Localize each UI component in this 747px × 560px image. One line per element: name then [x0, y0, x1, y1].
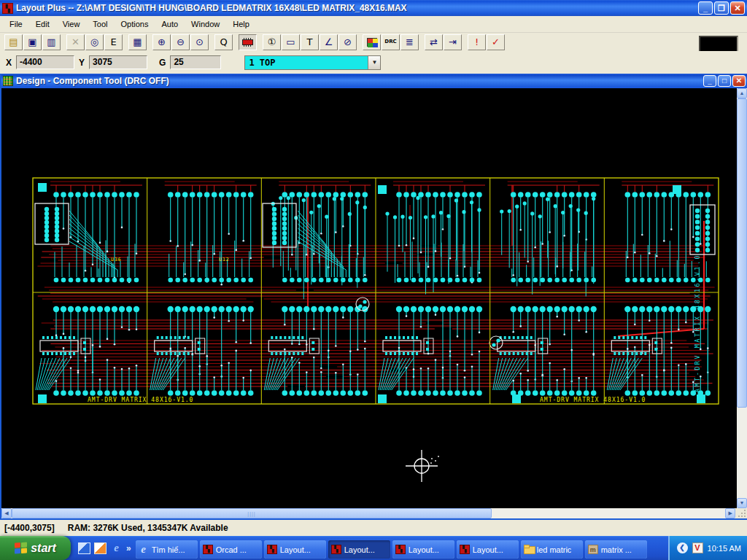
obstacle-tool-button[interactable]: ▭ — [282, 34, 300, 50]
spreadsheet-button[interactable]: ▦ — [128, 34, 147, 50]
scroll-right-icon[interactable]: ▶ — [725, 508, 735, 518]
taskbar-task-0[interactable]: eTìm hiể... — [136, 540, 198, 559]
taskbar-task-1[interactable]: ▚Orcad ... — [200, 540, 262, 559]
menu-options[interactable]: Options — [115, 18, 155, 31]
design-window: Design - Component Tool (DRC OFF) _ □ ✕ … — [0, 74, 747, 518]
taskbar-task-6[interactable]: led matric — [521, 540, 583, 559]
zoom-all-icon: ⊙ — [196, 37, 204, 47]
quick-launch-more-chevron[interactable]: » — [126, 543, 131, 553]
menu-auto[interactable]: Auto — [155, 18, 185, 31]
task-label: Layout... — [344, 545, 375, 554]
internet-explorer-icon[interactable]: e — [110, 542, 123, 554]
layer-selected-value: 1 TOP — [245, 56, 368, 69]
coordinate-bar: X -4400 Y 3075 G 25 1 TOP ▼ — [0, 51, 747, 74]
svg-text:U12: U12 — [219, 257, 230, 262]
obstacle-tool-icon: ▭ — [286, 37, 295, 47]
design-window-icon — [3, 76, 13, 86]
y-coordinate-field[interactable]: 3075 — [89, 55, 147, 69]
library-button[interactable]: ▥ — [42, 34, 61, 50]
reconnect-button[interactable]: ≣ — [400, 34, 419, 50]
menu-view[interactable]: View — [56, 18, 87, 31]
scroll-left-icon[interactable]: ◀ — [1, 508, 12, 518]
taskbar-task-7[interactable]: mmatrix ... — [585, 540, 647, 559]
open-icon: ▤ — [9, 37, 18, 47]
grid-field[interactable]: 25 — [170, 55, 221, 69]
horizontal-scroll-track[interactable] — [492, 508, 725, 518]
restore-button[interactable]: ❐ — [714, 1, 729, 15]
task-label: led matric — [537, 545, 572, 554]
save-button[interactable]: ▣ — [23, 34, 42, 50]
taskbar-task-2[interactable]: ▚Layout... — [264, 540, 326, 559]
start-button[interactable]: start — [0, 536, 71, 560]
delete-button[interactable]: ✕ — [66, 34, 85, 50]
task-label: Layout... — [473, 545, 503, 554]
zoom-all-button[interactable]: ⊙ — [190, 34, 209, 50]
text-tool-button[interactable]: T — [301, 34, 319, 50]
drc-button[interactable]: DRC — [382, 34, 400, 50]
close-button[interactable]: ✕ — [730, 1, 745, 15]
connection-tool-button[interactable]: ∠ — [320, 34, 338, 50]
color-palette-button[interactable] — [363, 34, 381, 50]
layer-select[interactable]: 1 TOP ▼ — [244, 55, 381, 70]
design-close-button[interactable]: ✕ — [732, 75, 746, 87]
statusbar: [-4400,3075] RAM: 3276K Used, 1345347K A… — [0, 518, 747, 536]
edit-button[interactable]: E — [104, 34, 123, 50]
find-icon: ◎ — [90, 37, 98, 47]
menu-tool[interactable]: Tool — [86, 18, 114, 31]
vertical-scrollbar[interactable]: ▲ ▼ — [737, 88, 747, 508]
show-desktop-icon[interactable] — [78, 542, 90, 554]
taskbar: start e» eTìm hiể...▚Orcad ...▚Layout...… — [0, 536, 747, 560]
menu-edit[interactable]: Edit — [29, 18, 56, 31]
component-chip-icon — [242, 39, 253, 45]
pcb-design-canvas[interactable]: AMT-DRV MATRIX 48X16-V1.0AMT-DRV MATRIX … — [1, 88, 737, 508]
taskbar-task-3[interactable]: ▚Layout... — [328, 540, 390, 559]
task-label: matrix ... — [601, 545, 632, 554]
task-label: Layout... — [280, 545, 311, 554]
app-task-icon: m — [588, 545, 598, 554]
menu-file[interactable]: File — [3, 18, 29, 31]
zoom-in-button[interactable]: ⊕ — [152, 34, 171, 50]
windows-flag-icon — [15, 542, 27, 553]
error-tool-button[interactable]: ⊘ — [338, 34, 357, 50]
scroll-down-icon[interactable]: ▼ — [737, 498, 747, 508]
drc-check-button[interactable]: ✓ — [487, 34, 505, 50]
minimize-button[interactable]: _ — [698, 1, 713, 15]
taskbar-task-5[interactable]: ▚Layout... — [457, 540, 519, 559]
menu-help[interactable]: Help — [226, 18, 256, 31]
open-button[interactable]: ▤ — [4, 34, 23, 50]
find-button[interactable]: ◎ — [85, 34, 104, 50]
menu-window[interactable]: Window — [185, 18, 226, 31]
save-icon: ▣ — [28, 37, 36, 47]
scroll-up-icon[interactable]: ▲ — [737, 88, 747, 98]
crosshair-cursor — [406, 450, 439, 482]
task-label: Tìm hiể... — [152, 545, 185, 554]
tray-expand-chevron-icon[interactable]: ❮ — [677, 542, 688, 553]
horizontal-scroll-thumb[interactable]: |||| — [12, 508, 492, 518]
taskbar-clock: 10:15 AM — [708, 544, 741, 553]
taskbar-task-4[interactable]: ▚Layout... — [392, 540, 454, 559]
error-markers-button[interactable]: ! — [468, 34, 486, 50]
pin-tool-button[interactable]: ① — [263, 34, 281, 50]
zoom-out-button[interactable]: ⊖ — [171, 34, 190, 50]
media-app-icon[interactable] — [94, 542, 107, 554]
layout-plus-app-icon: ▚ — [2, 3, 13, 14]
design-minimize-button[interactable]: _ — [703, 75, 716, 87]
library-icon: ▥ — [47, 37, 55, 47]
text-tool-icon: T — [307, 37, 313, 47]
x-coordinate-field[interactable]: -4400 — [16, 55, 74, 69]
connection-tool-icon: ∠ — [325, 37, 333, 47]
horizontal-scrollbar[interactable]: ◀ |||| ▶ — [1, 508, 735, 518]
zoom-out-icon: ⊖ — [177, 37, 185, 47]
query-button[interactable]: Q — [214, 34, 233, 50]
resize-grip[interactable] — [735, 508, 747, 518]
design-maximize-button[interactable]: □ — [718, 75, 731, 87]
finish-route-button[interactable]: ⇥ — [444, 34, 462, 50]
chevron-down-icon[interactable]: ▼ — [368, 56, 380, 69]
vertical-scroll-track[interactable] — [737, 408, 747, 498]
route-button[interactable]: ⇄ — [425, 34, 443, 50]
task-label: Orcad ... — [216, 545, 247, 554]
component-tool-button[interactable] — [239, 34, 257, 50]
vertical-scroll-thumb[interactable] — [737, 98, 747, 408]
start-button-label: start — [31, 542, 56, 555]
tray-antivirus-icon[interactable]: V — [692, 542, 703, 553]
